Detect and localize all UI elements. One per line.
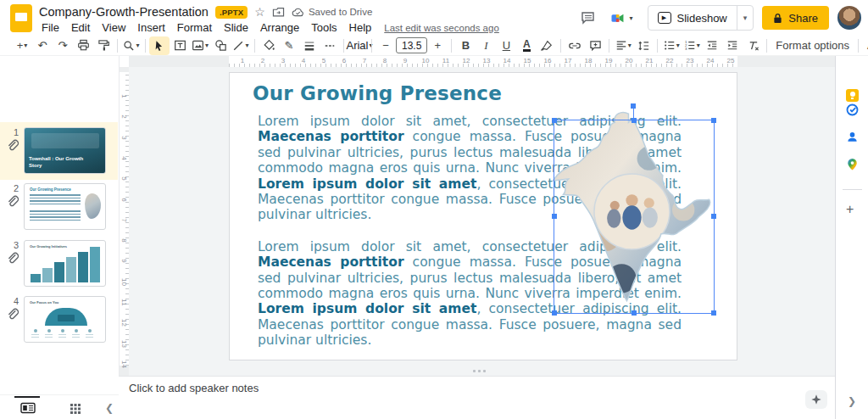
font-size-input[interactable]: 13.5 [396, 37, 427, 53]
handle-top-left[interactable] [552, 118, 557, 123]
menu-view[interactable]: View [96, 20, 131, 35]
move-folder-icon[interactable] [272, 7, 285, 18]
bold-button[interactable]: B [455, 36, 476, 55]
collapse-side-panel-chevron[interactable]: ❯ [848, 395, 856, 407]
menu-slide[interactable]: Slide [218, 20, 254, 35]
collapse-filmstrip-chevron[interactable]: ❮ [105, 402, 114, 414]
redo-button[interactable]: ↷ [53, 36, 73, 55]
filmstrip-view-button[interactable] [20, 402, 36, 414]
slide-2-thumbnail[interactable]: Our Growing Presence [24, 183, 106, 230]
contacts-icon[interactable] [846, 131, 859, 143]
increase-font-size-button[interactable]: + [427, 36, 448, 55]
insert-line-button[interactable]: ▾ [231, 36, 251, 55]
clear-formatting-icon[interactable] [743, 36, 763, 55]
maps-icon[interactable] [846, 158, 859, 170]
saved-to-drive-status[interactable]: Saved to Drive [292, 7, 372, 17]
italic-button[interactable]: I [476, 36, 496, 55]
canvas-area: 1234567891011121314151617181920212223242… [119, 56, 835, 376]
format-options-button[interactable]: Format options [771, 39, 854, 52]
select-tool[interactable] [149, 36, 170, 55]
slideshow-dropdown[interactable]: ▾ [737, 6, 754, 30]
image-selection-box[interactable] [554, 120, 715, 314]
user-avatar[interactable] [837, 6, 861, 30]
menu-insert[interactable]: Insert [131, 20, 171, 35]
menu-help[interactable]: Help [343, 20, 378, 35]
document-title[interactable]: Company-Growth-Presentation [39, 5, 209, 19]
speaker-notes-panel[interactable]: Click to add speaker notes [119, 376, 835, 419]
slide-4-thumbnail[interactable]: Our Focus on You [24, 296, 106, 343]
font-family-select[interactable]: Arial▾ [348, 36, 368, 55]
menu-edit[interactable]: Edit [65, 20, 96, 35]
line-spacing-icon[interactable] [633, 36, 654, 55]
border-weight-icon[interactable] [299, 36, 320, 55]
star-icon[interactable]: ☆ [254, 5, 265, 19]
slide-2-map-blob [85, 193, 101, 219]
google-meet-icon [610, 12, 626, 25]
border-color-icon[interactable]: ✎ [279, 36, 299, 55]
handle-bottom-center[interactable] [632, 310, 637, 316]
handle-mid-right[interactable] [711, 214, 716, 219]
toolbar: +▾ ↶ ↷ ▾ ▾ ▾ ✎ Arial▾ − 13.5 + B [0, 36, 868, 56]
menu-format[interactable]: Format [171, 20, 218, 35]
get-add-ons-button[interactable]: + [846, 204, 854, 215]
slide-3-thumbnail[interactable]: Our Growing Initiatives [24, 240, 106, 287]
insert-link-icon[interactable] [565, 36, 585, 55]
slide-editor-page[interactable]: Our Growing Presence Lorem ipsum dolor s… [229, 72, 737, 360]
cloud-check-icon [292, 8, 304, 17]
menu-arrange[interactable]: Arrange [254, 20, 305, 35]
text-color-button[interactable]: A [516, 36, 537, 55]
handle-top-right[interactable] [711, 118, 716, 123]
saved-label: Saved to Drive [309, 7, 372, 17]
text-box-button[interactable] [170, 36, 190, 55]
notes-resize-handle[interactable] [473, 370, 486, 372]
speaker-notes-placeholder[interactable]: Click to add speaker notes [129, 382, 259, 394]
slide-1-thumbnail[interactable]: Townhall : Our GrowthStory [24, 127, 106, 174]
explore-button[interactable] [805, 390, 827, 409]
handle-mid-left[interactable] [552, 214, 557, 219]
slideshow-button[interactable]: ▶Slideshow ▾ [648, 5, 754, 31]
fill-color-icon[interactable] [259, 36, 279, 55]
handle-bottom-left[interactable] [552, 310, 557, 316]
new-slide-button[interactable]: +▾ [12, 36, 32, 55]
print-icon[interactable] [73, 36, 93, 55]
tasks-icon[interactable] [846, 103, 859, 116]
meet-button[interactable]: ▾ [604, 8, 638, 28]
comments-icon[interactable] [581, 11, 596, 25]
insert-shape-button[interactable] [210, 36, 231, 55]
slideshow-label: Slideshow [677, 12, 727, 25]
decrease-indent-icon[interactable] [702, 36, 722, 55]
zoom-button[interactable]: ▾ [121, 36, 142, 55]
last-edit-link[interactable]: Last edit was seconds ago [384, 23, 499, 33]
lock-icon [773, 13, 782, 24]
slide-4-number: 4 [10, 296, 22, 306]
handle-bottom-right[interactable] [711, 310, 716, 316]
slide-title-text[interactable]: Our Growing Presence [253, 82, 502, 104]
share-label: Share [788, 12, 818, 25]
svg-text:3: 3 [685, 47, 687, 51]
rotation-handle[interactable] [631, 103, 636, 109]
paint-format-icon[interactable] [93, 36, 114, 55]
numbered-list-button[interactable]: 123 ▾ [682, 36, 702, 55]
menu-tools[interactable]: Tools [305, 20, 342, 35]
highlight-color-icon[interactable] [537, 36, 557, 55]
bulleted-list-button[interactable]: ▾ [661, 36, 682, 55]
insert-image-button[interactable]: ▾ [190, 36, 210, 55]
menu-file[interactable]: File [36, 20, 65, 35]
undo-button[interactable]: ↶ [32, 36, 53, 55]
increase-indent-icon[interactable] [722, 36, 743, 55]
slideshow-play-icon: ▶ [658, 12, 671, 24]
add-comment-icon[interactable] [585, 36, 605, 55]
border-dash-icon[interactable] [320, 36, 340, 55]
handle-top-center[interactable] [632, 118, 637, 123]
grid-view-button[interactable] [70, 403, 81, 414]
google-slides-logo-icon[interactable] [10, 4, 32, 32]
align-button[interactable]: ▾ [613, 36, 633, 55]
underline-button[interactable]: U [496, 36, 516, 55]
horizontal-ruler: 1234567891011121314151617181920212223242… [119, 56, 835, 67]
keep-icon[interactable] [846, 89, 859, 102]
slide-3-paperclip-icon [7, 252, 19, 265]
decrease-font-size-button[interactable]: − [376, 36, 396, 55]
animate-button[interactable]: Animate [862, 39, 868, 52]
slide-shape [15, 13, 27, 21]
share-button[interactable]: Share [762, 6, 829, 30]
